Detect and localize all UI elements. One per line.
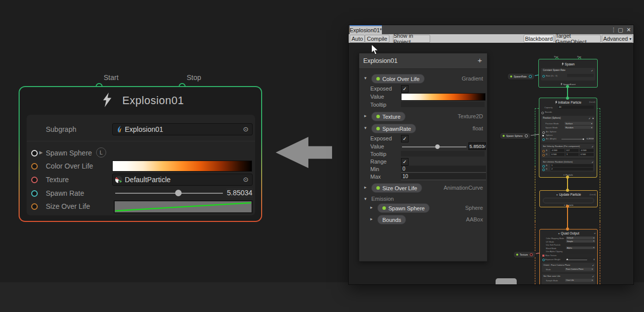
update-in-port[interactable]: [566, 189, 569, 192]
initialize-out-port[interactable]: [566, 176, 569, 179]
b-x-field[interactable]: 0.500: [550, 153, 565, 156]
velocity-b-port[interactable]: [542, 154, 545, 157]
position-mode-dropdown[interactable]: Surface ▾: [565, 122, 593, 125]
main-texture-field[interactable]: [566, 254, 595, 257]
empty-block-slot[interactable]: [543, 198, 594, 203]
exposed-checkbox[interactable]: ✓: [401, 135, 409, 142]
window-close-icon[interactable]: ✕: [626, 26, 631, 33]
property-pill-texture[interactable]: Texture: [371, 112, 406, 121]
object-picker-icon[interactable]: ⊙: [243, 176, 249, 183]
block-check-icon[interactable]: ✓: [592, 264, 594, 267]
texture-port[interactable]: [31, 177, 38, 183]
spawn-rate-value[interactable]: 5.85034: [226, 188, 253, 198]
spawn-rate-slider-handle[interactable]: [175, 190, 182, 196]
block-check-icon[interactable]: ✓: [592, 275, 594, 278]
subgraph-field[interactable]: Explosion01 ⊙: [112, 123, 253, 135]
arc-sphere-port[interactable]: [542, 131, 545, 134]
gradient-preview[interactable]: [112, 161, 252, 172]
property-pill-spawn-sphere[interactable]: Spawn Sphere: [377, 203, 430, 213]
property-pill-bounds[interactable]: Bounds: [377, 215, 406, 224]
target-gameobject-button[interactable]: Target GameObject: [555, 35, 601, 43]
arc-port[interactable]: [542, 138, 545, 141]
collapse-chevron-icon[interactable]: ▸: [364, 113, 367, 118]
tooltip-field[interactable]: [401, 151, 485, 157]
blend-mode-dropdown[interactable]: Alpha ▾: [566, 247, 595, 250]
expand-triangle-icon[interactable]: ▶: [39, 150, 43, 155]
initialize-in-port[interactable]: [566, 97, 569, 100]
lifetime-b-port[interactable]: [542, 169, 545, 171]
exposed-checkbox[interactable]: ✓: [401, 85, 409, 93]
uv-mode-dropdown[interactable]: Simple ▾: [566, 240, 595, 243]
spawn-out-port[interactable]: [566, 85, 569, 88]
rate-field[interactable]: [567, 74, 594, 77]
spawn-mode-dropdown[interactable]: Random ▾: [565, 126, 593, 129]
blackboard-panel[interactable]: Explosion01 + ▾ Color Over Life Gradient…: [359, 53, 488, 262]
rate-port[interactable]: [542, 75, 545, 77]
show-in-project-button[interactable]: Show in Project: [393, 35, 430, 43]
advanced-dropdown[interactable]: Advanced ▾: [602, 35, 633, 43]
window-menu-icon[interactable]: ⋮: [611, 26, 616, 33]
collapse-chevron-icon[interactable]: ▾: [364, 125, 367, 130]
set-size-block[interactable]: Set Size over Life ✓ Sample Mode Over Li…: [542, 274, 595, 284]
gradient-value[interactable]: [401, 93, 486, 101]
explosion01-subgraph-node[interactable]: Explosion01 Subgraph Explosion01 ⊙ ▶ Spa…: [19, 86, 262, 222]
initialize-node[interactable]: Initialize Particle (Local) Capacity 40 …: [539, 98, 597, 177]
block-check-icon[interactable]: ✓: [589, 117, 591, 120]
exposure-port[interactable]: [542, 259, 545, 261]
min-field[interactable]: 0: [401, 166, 486, 173]
size-over-life-port[interactable]: [31, 203, 38, 210]
spawn-rate-port[interactable]: [31, 190, 38, 197]
lifetime-a-field[interactable]: 1: [550, 164, 593, 167]
window-maximize-icon[interactable]: ▢: [618, 26, 623, 33]
texture-field[interactable]: DefaultParticle ⊙: [112, 174, 253, 186]
spawn-node[interactable]: Spawn Constant Spawn Rate ✓ Rate (l/s : …: [538, 59, 598, 88]
tab-explosion01[interactable]: Explosion01*: [350, 25, 382, 34]
property-pill-spawnrate[interactable]: SpawnRate: [371, 124, 416, 133]
space-badge[interactable]: (Local): [589, 101, 595, 103]
a-z-field[interactable]: -0.500: [580, 149, 594, 152]
auto-button[interactable]: Auto: [350, 35, 365, 43]
collapse-chevron-icon[interactable]: ▸: [370, 205, 373, 210]
space-badge[interactable]: (Local): [590, 193, 596, 196]
param-port[interactable]: [525, 134, 528, 137]
blackboard-button[interactable]: Blackboard: [524, 35, 554, 43]
spawn-sphere-port[interactable]: [31, 150, 38, 157]
color-mapping-dropdown[interactable]: Default ▾: [566, 237, 595, 240]
b-y-field[interactable]: 1: [566, 153, 579, 156]
value-field[interactable]: 5.85034: [468, 142, 486, 150]
sphere-port[interactable]: [542, 135, 544, 136]
color-over-life-port[interactable]: [31, 163, 38, 170]
exposure-slider-track[interactable]: [566, 260, 587, 260]
compile-button[interactable]: Compile: [365, 35, 389, 43]
bounds-port[interactable]: [541, 112, 544, 114]
position-sphere-block[interactable]: Position (Sphere) ✓ ▾ Position Mode Surf…: [541, 116, 595, 142]
param-node-spawn-sphere[interactable]: Spawn Sphere: [500, 132, 531, 139]
clipped-node-top[interactable]: [496, 278, 517, 284]
update-out-port[interactable]: [566, 205, 569, 208]
param-node-texture[interactable]: Texture: [513, 251, 536, 258]
output-in-port[interactable]: [566, 227, 569, 230]
block-check-icon[interactable]: ✓: [592, 145, 594, 148]
collapse-chevron-icon[interactable]: ▸: [364, 185, 367, 190]
property-pill-color-over-life[interactable]: Color Over Life: [371, 74, 425, 84]
constant-spawn-rate-block[interactable]: Constant Spawn Rate ✓ Rate (l/s : 3): [541, 68, 595, 81]
capacity-field[interactable]: 40: [558, 106, 594, 109]
block-collapse-icon[interactable]: ▾: [592, 117, 594, 120]
add-property-button[interactable]: +: [477, 56, 482, 64]
value-slider-handle[interactable]: [435, 144, 440, 149]
local-space-badge[interactable]: L: [96, 147, 106, 158]
main-texture-port[interactable]: [542, 255, 544, 257]
graph-view[interactable]: Start Stop Spawn Constant Spawn Rate ✓ R…: [349, 43, 633, 284]
lifetime-a-port[interactable]: [542, 165, 545, 168]
exposure-slider-handle[interactable]: [567, 259, 568, 260]
curve-preview[interactable]: [114, 200, 253, 213]
orient-block[interactable]: Orient : Face Camera Plane ✓ Mode Face C…: [542, 263, 595, 272]
category-emission[interactable]: Emission: [371, 196, 394, 202]
block-check-icon[interactable]: ✓: [592, 161, 594, 164]
range-checkbox[interactable]: ✓: [401, 158, 409, 166]
block-check-icon[interactable]: ✓: [591, 69, 593, 72]
spawn-rate-slider-track[interactable]: [115, 193, 223, 194]
a-y-field[interactable]: 0.2: [566, 149, 579, 152]
velocity-a-port[interactable]: [542, 150, 545, 152]
sample-mode-dropdown[interactable]: Over Life ▾: [565, 279, 594, 282]
